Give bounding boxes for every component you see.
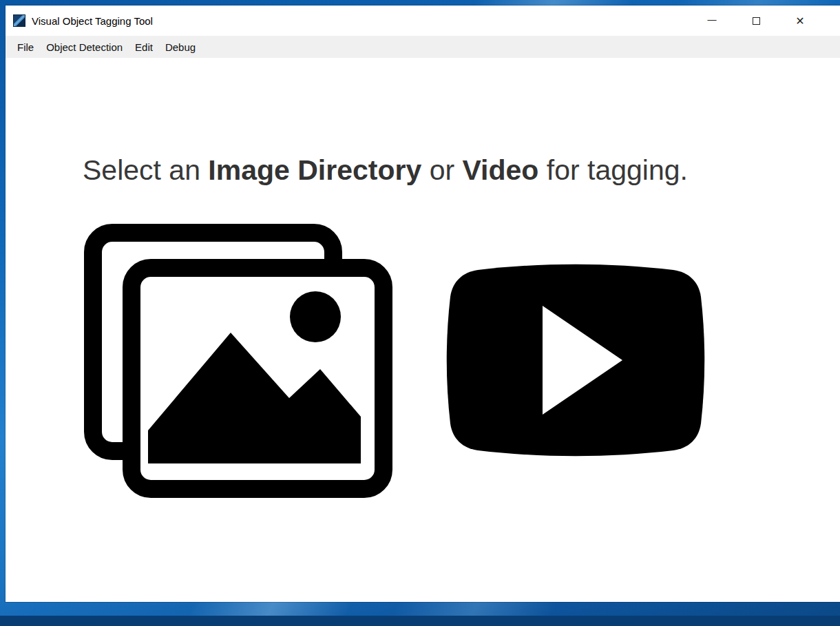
close-button[interactable]: ✕ xyxy=(778,6,822,36)
main-content: Select an Image Directory or Video for t… xyxy=(6,58,840,602)
close-icon: ✕ xyxy=(795,14,804,28)
heading-bold-video: Video xyxy=(463,154,539,186)
app-icon xyxy=(13,14,25,27)
window-titlebar[interactable]: Visual Object Tagging Tool — ✕ xyxy=(6,6,840,36)
minimize-button[interactable]: — xyxy=(690,6,734,36)
maximize-button[interactable] xyxy=(734,6,778,36)
menu-item-object-detection[interactable]: Object Detection xyxy=(40,36,129,58)
heading-bold-image-directory: Image Directory xyxy=(208,154,421,186)
window-title: Visual Object Tagging Tool xyxy=(32,15,153,27)
heading-part3: for tagging. xyxy=(538,154,688,186)
heading-part2: or xyxy=(421,154,462,186)
window-controls: — ✕ xyxy=(690,6,822,36)
menu-bar: File Object Detection Edit Debug xyxy=(6,36,840,58)
heading-part1: Select an xyxy=(83,154,208,186)
video-icon[interactable] xyxy=(438,259,713,461)
source-icons-row xyxy=(83,222,840,498)
vott-app-window: Visual Object Tagging Tool — ✕ File Obje… xyxy=(6,6,840,602)
minimize-icon: — xyxy=(708,14,717,25)
menu-item-file[interactable]: File xyxy=(11,36,40,58)
desktop-bottom-band xyxy=(0,616,840,626)
menu-item-edit[interactable]: Edit xyxy=(129,36,159,58)
menu-item-debug[interactable]: Debug xyxy=(159,36,202,58)
maximize-icon xyxy=(753,17,760,25)
page-title: Select an Image Directory or Video for t… xyxy=(83,154,840,187)
image-directory-icon[interactable] xyxy=(83,222,394,498)
